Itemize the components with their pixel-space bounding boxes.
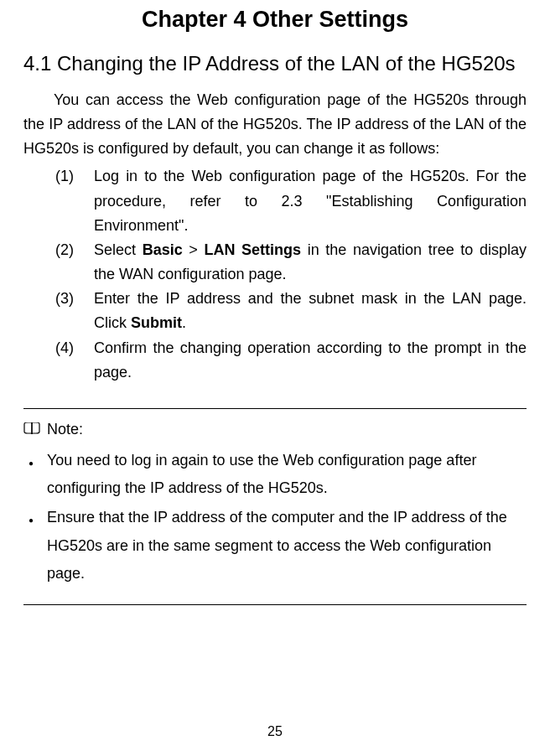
- bullet-icon: ●: [29, 504, 47, 588]
- note-item: ● Ensure that the IP address of the comp…: [29, 504, 527, 588]
- note-block: Note: ● You need to log in again to use …: [23, 408, 527, 605]
- step-1: (1) Log in to the Web configuration page…: [55, 164, 527, 237]
- step-bold: Basic: [143, 241, 183, 258]
- step-bold: Submit: [131, 314, 182, 331]
- step-4: (4) Confirm the changing operation accor…: [55, 336, 527, 385]
- step-seg: .: [182, 314, 186, 331]
- note-item: ● You need to log in again to use the We…: [29, 447, 527, 503]
- step-number: (4): [55, 336, 94, 385]
- note-text: You need to log in again to use the Web …: [47, 447, 527, 503]
- page-number: 25: [0, 724, 550, 739]
- intro-paragraph: You can access the Web configuration pag…: [23, 88, 527, 161]
- step-text: Select Basic > LAN Settings in the navig…: [94, 238, 527, 287]
- note-list: ● You need to log in again to use the We…: [23, 447, 527, 588]
- step-text: Confirm the changing operation according…: [94, 336, 527, 385]
- steps-list: (1) Log in to the Web configuration page…: [23, 164, 527, 384]
- chapter-title: Chapter 4 Other Settings: [23, 7, 527, 33]
- note-text: Ensure that the IP address of the comput…: [47, 504, 527, 588]
- step-seg: Select: [94, 241, 143, 258]
- bullet-icon: ●: [29, 447, 47, 503]
- note-header: Note:: [23, 421, 527, 438]
- step-number: (1): [55, 164, 94, 237]
- note-label: Note:: [47, 421, 83, 438]
- step-bold: LAN Settings: [204, 241, 301, 258]
- step-text: Log in to the Web configuration page of …: [94, 164, 527, 237]
- step-text: Enter the IP address and the subnet mask…: [94, 287, 527, 335]
- step-2: (2) Select Basic > LAN Settings in the n…: [55, 238, 527, 287]
- section-title: 4.1 Changing the IP Address of the LAN o…: [23, 51, 527, 76]
- step-number: (2): [55, 238, 94, 287]
- book-icon: [23, 422, 40, 436]
- step-seg: >: [183, 241, 205, 258]
- step-3: (3) Enter the IP address and the subnet …: [55, 287, 527, 335]
- step-number: (3): [55, 287, 94, 335]
